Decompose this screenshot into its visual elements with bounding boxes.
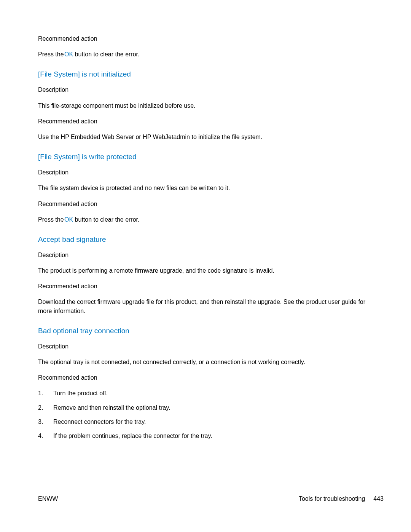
desc-text: The product is performing a remote firmw… — [38, 266, 373, 275]
step-text: Remove and then reinstall the optional t… — [53, 403, 170, 412]
press-pre: Press the — [38, 51, 64, 58]
rec-action-label: Recommended action — [38, 34, 373, 43]
desc-text: The file system device is protected and … — [38, 184, 373, 192]
rec-action-label: Recommended action — [38, 282, 373, 291]
rec-action-label: Recommended action — [38, 373, 373, 382]
page-footer: ENWW Tools for troubleshooting 443 — [38, 495, 384, 502]
steps-list: 1.Turn the product off. 2.Remove and the… — [38, 389, 373, 440]
step-number: 3. — [38, 417, 53, 426]
heading-bad-tray: Bad optional tray connection — [38, 327, 373, 335]
desc-label: Description — [38, 85, 373, 94]
step-text: Turn the product off. — [53, 389, 108, 398]
press-post: button to clear the error. — [75, 51, 140, 58]
step-text: If the problem continues, replace the co… — [53, 431, 212, 440]
step-number: 4. — [38, 431, 53, 440]
ok-button-ref: OK — [63, 51, 75, 58]
heading-fs-write-prot: [File System] is write protected — [38, 153, 373, 161]
document-page: Recommended action Press the OK button t… — [0, 0, 411, 532]
footer-section-label: Tools for troubleshooting — [299, 495, 365, 502]
desc-text: The optional tray is not connected, not … — [38, 358, 373, 366]
rec-action-label: Recommended action — [38, 200, 373, 208]
rec-action-label: Recommended action — [38, 117, 373, 126]
step-number: 2. — [38, 403, 53, 412]
page-number: 443 — [373, 495, 384, 502]
footer-right: Tools for troubleshooting 443 — [299, 495, 384, 502]
rec-action-text: Download the correct firmware upgrade fi… — [38, 297, 373, 315]
press-ok-line: Press the OK button to clear the error. — [38, 50, 373, 59]
list-item: 1.Turn the product off. — [38, 389, 373, 398]
rec-action-text: Use the HP Embedded Web Server or HP Web… — [38, 133, 373, 141]
desc-label: Description — [38, 168, 373, 177]
list-item: 4.If the problem continues, replace the … — [38, 431, 373, 440]
footer-left: ENWW — [38, 495, 58, 502]
heading-fs-not-init: [File System] is not initialized — [38, 70, 373, 78]
press-pre: Press the — [38, 216, 64, 223]
press-post: button to clear the error. — [75, 216, 140, 223]
list-item: 3.Reconnect connectors for the tray. — [38, 417, 373, 426]
heading-accept-bad-sig: Accept bad signature — [38, 235, 373, 244]
step-text: Reconnect connectors for the tray. — [53, 417, 146, 426]
press-ok-line: Press the OK button to clear the error. — [38, 215, 373, 224]
desc-text: This file-storage component must be init… — [38, 101, 373, 110]
content-area: Recommended action Press the OK button t… — [38, 34, 373, 440]
step-number: 1. — [38, 389, 53, 398]
desc-label: Description — [38, 342, 373, 351]
list-item: 2.Remove and then reinstall the optional… — [38, 403, 373, 412]
desc-label: Description — [38, 251, 373, 259]
ok-button-ref: OK — [63, 216, 75, 223]
